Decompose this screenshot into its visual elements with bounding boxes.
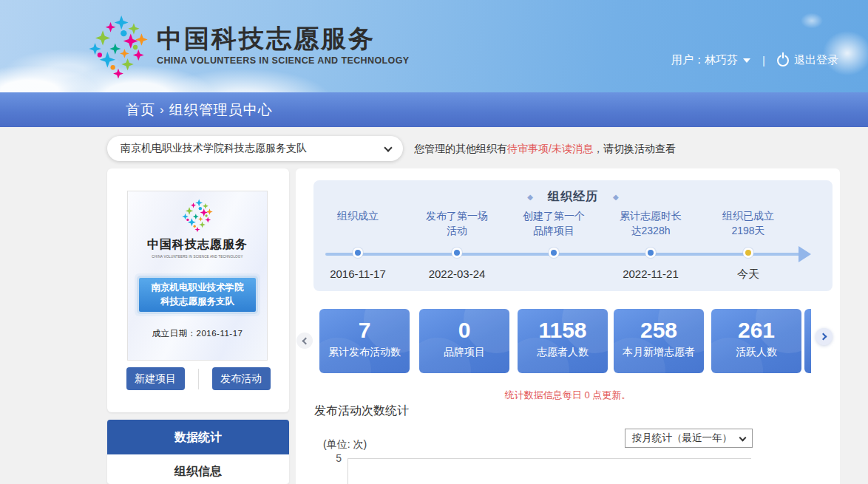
- page-root: 中国科技志愿服务 CHINA VOLUNTEERS IN SCIENCE AND…: [0, 0, 868, 484]
- logo-cluster-icon: [180, 199, 214, 233]
- org-history-timeline: ◆ 组织经历 ◆ 组织成立 2016-11-17 发布了第一场活动 2022-0…: [313, 180, 833, 291]
- timeline-node: [645, 248, 656, 258]
- chart-filter-value: 按月统计（最近一年）: [632, 432, 732, 445]
- timeline-node-today: [743, 248, 753, 258]
- stat-value: 1158: [518, 318, 608, 343]
- stat-value: 258: [614, 318, 704, 343]
- certificate-org-banner: 南京机电职业技术学院 科技志愿服务支队: [139, 278, 256, 312]
- milestone-first-brand-project: 创建了第一个品牌项目: [498, 180, 609, 291]
- breadcrumb-separator: ›: [160, 103, 165, 117]
- milestone-date: 今天: [693, 267, 804, 282]
- user-menu[interactable]: 用户： 林巧芬: [671, 53, 750, 67]
- stat-card-brand-projects: 0 品牌项目: [419, 309, 509, 373]
- y-axis-tick: 5: [325, 452, 342, 464]
- message-suffix: ，请切换活动查看: [593, 143, 676, 154]
- site-subtitle: CHINA VOLUNTEERS IN SCIENCE AND TECHNOLO…: [157, 55, 410, 66]
- timeline-node: [353, 248, 363, 258]
- breadcrumb-current: 组织管理员中心: [169, 100, 273, 120]
- sidebar-menu: 数据统计 组织信息: [107, 420, 289, 484]
- org-select-value: 南京机电职业技术学院科技志愿服务支队: [121, 142, 307, 155]
- stat-label: 本月新增志愿者: [614, 346, 704, 359]
- breadcrumb: 首页 › 组织管理员中心: [0, 92, 868, 127]
- certificate-title: 中国科技志愿服务: [128, 237, 267, 253]
- sidebar-item-org-info[interactable]: 组织信息: [107, 454, 289, 484]
- timeline-node: [452, 248, 462, 258]
- update-notice: 统计数据信息每日 0 点更新。: [296, 389, 840, 402]
- button-divider: [198, 369, 199, 389]
- breadcrumb-home[interactable]: 首页: [126, 100, 155, 120]
- logout-button[interactable]: 退出登录: [777, 53, 838, 67]
- power-icon: [777, 55, 789, 67]
- stat-label: 品牌项目: [419, 346, 509, 359]
- site-header: 中国科技志愿服务 CHINA VOLUNTEERS IN SCIENCE AND…: [0, 0, 868, 92]
- stat-label: 志愿者人数: [518, 346, 608, 359]
- stat-value: 261: [711, 318, 801, 343]
- org-profile-card: 中国科技志愿服务 CHINA VOLUNTEERS IN SCIENCE AND…: [107, 168, 289, 412]
- user-name: 林巧芬: [705, 53, 738, 67]
- stat-label: 活跃人数: [711, 346, 801, 359]
- logout-label: 退出登录: [794, 53, 838, 67]
- site-logo[interactable]: 中国科技志愿服务 CHINA VOLUNTEERS IN SCIENCE AND…: [86, 15, 410, 80]
- milestone-date: 2016-11-17: [302, 267, 413, 280]
- stat-label: 累计发布活动数: [319, 346, 410, 359]
- publish-activity-button[interactable]: 发布活动: [212, 367, 271, 390]
- milestone-date: 2022-11-21: [595, 267, 706, 280]
- site-title: 中国科技志愿服务: [157, 25, 410, 52]
- org-select[interactable]: 南京机电职业技术学院科技志愿服务支队: [107, 136, 403, 161]
- logo-cluster-icon: [86, 15, 151, 80]
- main-panel: ◆ 组织经历 ◆ 组织成立 2016-11-17 发布了第一场活动 2022-0…: [296, 168, 840, 484]
- sidebar-item-data-stats[interactable]: 数据统计: [107, 420, 289, 454]
- activity-chart-title: 发布活动次数统计: [314, 403, 409, 419]
- timeline-node: [549, 248, 559, 258]
- chevron-right-icon: [819, 333, 827, 341]
- milestone-founded: 组织成立 2016-11-17: [302, 180, 413, 291]
- milestone-label: 组织已成立: [693, 208, 804, 223]
- message-prefix: 您管理的其他组织有: [414, 143, 507, 154]
- chevron-left-icon: [302, 337, 310, 344]
- milestone-label: 发布了第一场: [401, 208, 512, 223]
- chevron-down-icon: [739, 434, 747, 442]
- milestone-days-established: 组织已成立2198天 今天: [693, 180, 804, 291]
- user-area-divider: |: [762, 54, 765, 67]
- stats-scroll-right-button[interactable]: [816, 328, 833, 345]
- new-project-button[interactable]: 新建项目: [126, 367, 185, 390]
- chart-unit-label: (单位: 次): [323, 438, 367, 451]
- founding-date: 成立日期：2016-11-17: [128, 328, 267, 339]
- chart-filter-select[interactable]: 按月统计（最近一年）: [625, 429, 753, 448]
- org-name-line1: 南京机电职业技术学院: [139, 281, 256, 295]
- stat-card-partial: [804, 309, 811, 373]
- milestone-label: 创建了第一个: [498, 208, 609, 223]
- chart-y-axis: [347, 458, 348, 484]
- milestone-first-activity: 发布了第一场活动 2022-03-24: [401, 180, 512, 291]
- milestone-label: 组织成立: [302, 208, 413, 223]
- stat-card-new-volunteers: 258 本月新增志愿者: [614, 309, 704, 373]
- stat-card-active-members: 261 活跃人数: [711, 309, 801, 373]
- stat-value: 7: [319, 318, 410, 343]
- caret-down-icon: [743, 58, 750, 63]
- org-switch-message: 您管理的其他组织有待审事项/未读消息，请切换活动查看: [414, 143, 676, 156]
- milestone-label: 累计志愿时长: [595, 208, 706, 223]
- user-label: 用户：: [671, 53, 705, 67]
- milestone-volunteer-hours: 累计志愿时长达2328h 2022-11-21: [595, 180, 706, 291]
- org-certificate-image: 中国科技志愿服务 CHINA VOLUNTEERS IN SCIENCE AND…: [127, 191, 268, 361]
- stats-scroll-left-button[interactable]: [296, 333, 313, 349]
- stat-card-total-activities: 7 累计发布活动数: [319, 309, 410, 373]
- message-highlight: 待审事项/未读消息: [507, 143, 593, 154]
- certificate-subtitle: CHINA VOLUNTEERS IN SCIENCE AND TECHNOLO…: [135, 254, 260, 258]
- action-row: 新建项目 发布活动: [107, 367, 289, 390]
- milestone-date: 2022-03-24: [401, 267, 512, 280]
- chevron-down-icon: [384, 143, 392, 151]
- stat-value: 0: [419, 318, 509, 343]
- user-area: 用户： 林巧芬 | 退出登录: [671, 53, 838, 67]
- stat-card-volunteers: 1158 志愿者人数: [518, 309, 608, 373]
- org-name-line2: 科技志愿服务支队: [139, 295, 256, 309]
- chart-gridline: [347, 458, 751, 459]
